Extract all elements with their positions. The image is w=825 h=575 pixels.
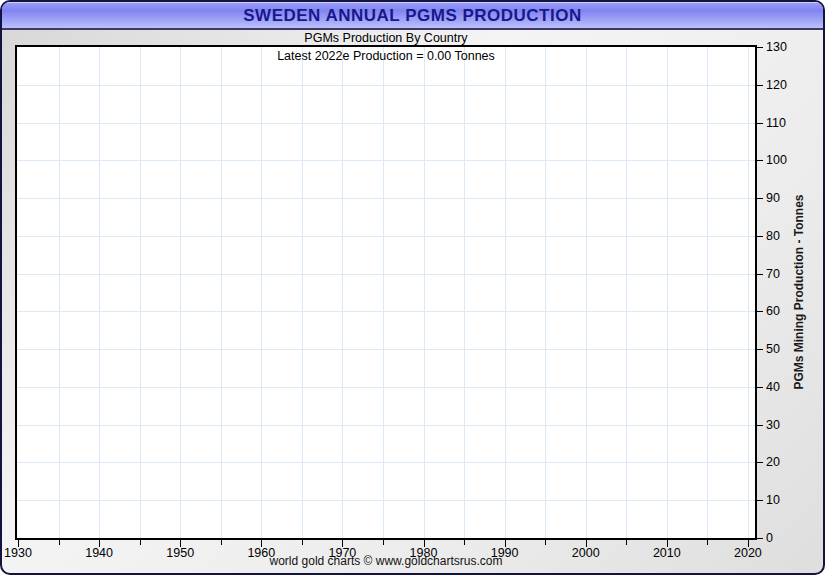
y-tick-60 (757, 311, 763, 312)
y-tick-50 (757, 349, 763, 350)
y-tick-110 (757, 123, 763, 124)
x-tick-1975 (383, 540, 384, 545)
y-tick-label-30: 30 (766, 418, 780, 432)
horizontal-gridline-120 (17, 85, 755, 86)
x-tick-1945 (140, 540, 141, 545)
y-tick-40 (757, 387, 763, 388)
y-tick-20 (757, 462, 763, 463)
y-tick-10 (757, 500, 763, 501)
horizontal-gridline-100 (17, 160, 755, 161)
vertical-gridline-2005 (626, 47, 627, 538)
y-tick-80 (757, 236, 763, 237)
y-tick-label-120: 120 (766, 78, 787, 92)
y-tick-120 (757, 85, 763, 86)
horizontal-gridline-110 (17, 123, 755, 124)
x-tick-1985 (464, 540, 465, 545)
footer-credit: world gold charts © www.goldchartsrus.co… (15, 554, 757, 568)
horizontal-gridline-90 (17, 198, 755, 199)
y-tick-30 (757, 425, 763, 426)
vertical-gridline-1975 (383, 47, 384, 538)
y-tick-70 (757, 274, 763, 275)
x-tick-2005 (626, 540, 627, 545)
y-tick-label-50: 50 (766, 342, 780, 356)
horizontal-gridline-20 (17, 462, 755, 463)
vertical-gridline-1935 (59, 47, 60, 538)
vertical-gridline-1940 (99, 47, 100, 538)
plot-area: Latest 2022e Production = 0.00 Tonnes (15, 45, 757, 540)
y-tick-90 (757, 198, 763, 199)
vertical-gridline-1950 (180, 47, 181, 538)
horizontal-gridline-10 (17, 500, 755, 501)
vertical-gridline-1970 (342, 47, 343, 538)
y-tick-label-70: 70 (766, 267, 780, 281)
horizontal-gridline-30 (17, 425, 755, 426)
vertical-gridline-1945 (140, 47, 141, 538)
y-tick-label-0: 0 (766, 531, 773, 545)
x-tick-1965 (302, 540, 303, 545)
vertical-gridline-1955 (221, 47, 222, 538)
y-tick-label-90: 90 (766, 191, 780, 205)
y-axis-title: PGMs Mining Production - Tonnes (792, 194, 806, 389)
y-tick-label-60: 60 (766, 304, 780, 318)
y-tick-label-40: 40 (766, 380, 780, 394)
vertical-gridline-1985 (464, 47, 465, 538)
y-tick-100 (757, 160, 763, 161)
chart-title: SWEDEN ANNUAL PGMS PRODUCTION (243, 6, 581, 26)
vertical-gridline-1995 (545, 47, 546, 538)
vertical-gridline-2000 (586, 47, 587, 538)
x-tick-1995 (545, 540, 546, 545)
vertical-gridline-1980 (424, 47, 425, 538)
vertical-gridline-2020 (748, 47, 749, 538)
horizontal-gridline-50 (17, 349, 755, 350)
vertical-gridline-1965 (302, 47, 303, 538)
chart-title-bar: SWEDEN ANNUAL PGMS PRODUCTION (2, 2, 823, 30)
y-tick-label-110: 110 (766, 116, 786, 130)
vertical-gridline-2015 (707, 47, 708, 538)
horizontal-gridline-60 (17, 311, 755, 312)
horizontal-gridline-80 (17, 236, 755, 237)
x-tick-2015 (707, 540, 708, 545)
y-tick-label-100: 100 (766, 153, 787, 167)
y-tick-130 (757, 47, 763, 48)
y-tick-label-10: 10 (766, 493, 780, 507)
y-tick-0 (757, 538, 763, 539)
x-tick-1935 (59, 540, 60, 545)
y-tick-label-20: 20 (766, 455, 780, 469)
vertical-gridline-2010 (667, 47, 668, 538)
latest-production-annotation: Latest 2022e Production = 0.00 Tonnes (17, 49, 755, 63)
horizontal-gridline-40 (17, 387, 755, 388)
x-tick-1955 (221, 540, 222, 545)
y-tick-label-130: 130 (766, 40, 787, 54)
chart-subtitle: PGMs Production By Country (15, 31, 757, 45)
vertical-gridline-1960 (261, 47, 262, 538)
vertical-gridline-1990 (505, 47, 506, 538)
chart-window: SWEDEN ANNUAL PGMS PRODUCTION PGMs Produ… (0, 0, 825, 575)
y-tick-label-80: 80 (766, 229, 780, 243)
horizontal-gridline-70 (17, 274, 755, 275)
